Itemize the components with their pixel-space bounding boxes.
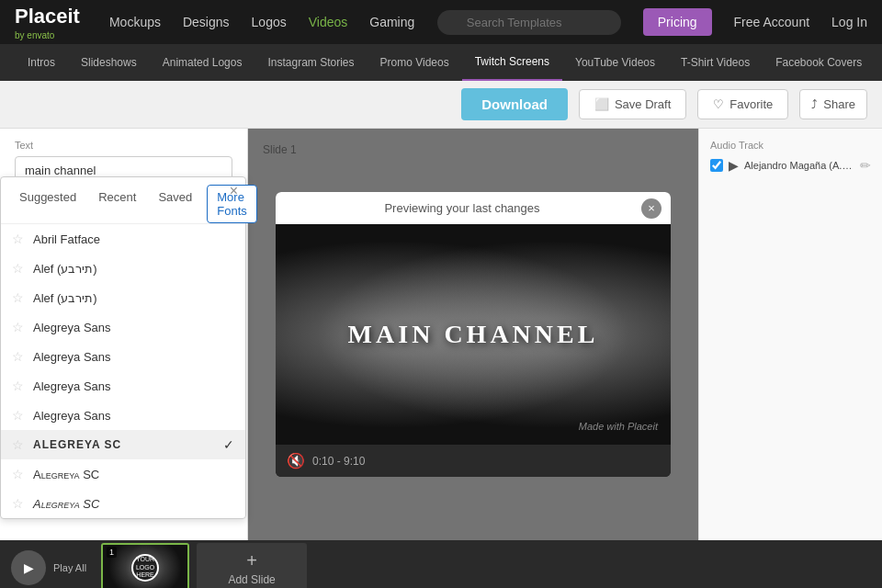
pricing-button[interactable]: Pricing [643, 8, 712, 36]
preview-footer: 🔇 0:10 - 9:10 [276, 445, 671, 477]
search-input[interactable] [437, 10, 621, 35]
preview-header-text: Previewing your last changes [384, 201, 539, 215]
slide-number: 1 [107, 547, 117, 558]
center-area: Slide 1 Previewing your last changes × M… [248, 129, 698, 540]
preview-box: Previewing your last changes × MAIN CHAN… [276, 192, 671, 477]
star-icon[interactable]: ☆ [12, 437, 24, 452]
play-button[interactable]: ▶ [11, 550, 46, 585]
nav-logos[interactable]: Logos [252, 15, 287, 29]
save-icon: ⬜ [594, 97, 609, 111]
favorite-button[interactable]: ♡ Favorite [697, 89, 788, 119]
list-item[interactable]: ☆ Alegreya Sans [1, 312, 245, 342]
nav-animated-logos[interactable]: Animated Logos [150, 44, 255, 81]
preview-modal: Previewing your last changes × MAIN CHAN… [248, 129, 698, 540]
list-item[interactable]: ☆ Alegreya Sans [1, 401, 245, 430]
right-panel: Audio Track ▶ Alejandro Magaña (A. M.) -… [698, 129, 882, 540]
nav-mockups[interactable]: Mockups [109, 15, 161, 29]
logo-text[interactable]: Placeit [15, 5, 80, 28]
list-item[interactable]: ☆ Alef (תירבע) [1, 283, 245, 312]
star-icon[interactable]: ☆ [12, 232, 24, 246]
font-list: ☆ Abril Fatface ☆ Alef (תירבע) ☆ Alef (ת… [1, 224, 245, 518]
audio-edit-button[interactable]: ✏ [860, 158, 871, 173]
add-icon: + [246, 550, 257, 571]
font-tab-recent[interactable]: Recent [87, 185, 147, 223]
audio-row: ▶ Alejandro Magaña (A. M.) - Min... ✏ [710, 158, 871, 173]
nav-videos[interactable]: Videos [309, 15, 348, 29]
list-item[interactable]: ☆ Alegreya SC [1, 459, 245, 489]
nav-slideshows[interactable]: Slideshows [68, 44, 150, 81]
share-icon: ⤴ [811, 97, 818, 111]
star-icon[interactable]: ☆ [12, 290, 24, 305]
logo-sub: by envato [15, 30, 80, 40]
bottom-bar: ▶ Play All YOUR LOGO HERE 1 + Add Slide [0, 540, 882, 588]
star-icon[interactable]: ☆ [12, 320, 24, 334]
preview-watermark: Made with Placeit [579, 421, 658, 432]
mute-button[interactable]: 🔇 [287, 452, 305, 469]
preview-close-button[interactable]: × [641, 198, 662, 219]
text-label: Text [15, 140, 232, 151]
add-slide-button[interactable]: + Add Slide [197, 543, 307, 588]
nav-video-gif[interactable]: Video to Gif Converter [875, 44, 882, 81]
nav-tshirt-videos[interactable]: T-Shirt Videos [668, 44, 763, 81]
add-slide-label: Add Slide [228, 573, 275, 586]
star-icon[interactable]: ☆ [12, 379, 24, 393]
font-picker: × Suggested Recent Saved More Fonts ☆ Ab… [0, 176, 246, 519]
share-button[interactable]: ⤴ Share [799, 89, 867, 119]
top-nav: Placeit by envato Mockups Designs Logos … [0, 0, 882, 44]
logo: Placeit by envato [15, 5, 80, 40]
list-item[interactable]: ☆ Abril Fatface [1, 224, 245, 254]
star-icon[interactable]: ☆ [12, 496, 24, 511]
preview-video-text: MAIN CHANNEL [348, 320, 599, 349]
list-item[interactable]: ☆ Alegreya Sans [1, 342, 245, 371]
nav-gaming[interactable]: Gaming [369, 15, 414, 29]
login-button[interactable]: Log In [831, 15, 867, 29]
download-button[interactable]: Download [461, 88, 568, 120]
slide-thumbnail[interactable]: YOUR LOGO HERE 1 [101, 543, 189, 588]
audio-title: Alejandro Magaña (A. M.) - Min... [744, 160, 854, 171]
list-item-selected[interactable]: ☆ Alegreya SC ✓ [1, 430, 245, 459]
heart-icon: ♡ [713, 97, 724, 111]
nav-designs[interactable]: Designs [183, 15, 230, 29]
font-tab-suggested[interactable]: Suggested [8, 185, 87, 223]
save-button[interactable]: ⬜ Save Draft [579, 89, 686, 119]
star-icon[interactable]: ☆ [12, 261, 24, 276]
secondary-nav: Intros Slideshows Animated Logos Instagr… [0, 44, 882, 81]
star-icon[interactable]: ☆ [12, 408, 24, 423]
slide-thumb-logo: YOUR LOGO HERE [131, 554, 159, 582]
check-icon: ✓ [223, 437, 234, 452]
list-item[interactable]: ☆ Alegreya Sans [1, 371, 245, 401]
preview-time: 0:10 - 9:10 [312, 455, 365, 468]
toolbar: Download ⬜ Save Draft ♡ Favorite ⤴ Share [0, 81, 882, 129]
audio-play-button[interactable]: ▶ [729, 158, 739, 173]
nav-instagram-stories[interactable]: Instagram Stories [254, 44, 367, 81]
audio-checkbox[interactable] [710, 159, 723, 172]
audio-track-label: Audio Track [710, 140, 871, 151]
nav-twitch-screens[interactable]: Twitch Screens [462, 44, 562, 81]
font-tabs: Suggested Recent Saved More Fonts [1, 177, 245, 224]
nav-youtube-videos[interactable]: YouTube Videos [562, 44, 668, 81]
main-area: Text × Suggested Recent Saved More Fonts… [0, 129, 882, 540]
left-panel: Text × Suggested Recent Saved More Fonts… [0, 129, 248, 540]
play-all-label: Play All [53, 562, 86, 573]
preview-header: Previewing your last changes × [276, 192, 671, 224]
star-icon[interactable]: ☆ [12, 467, 24, 481]
nav-facebook-covers[interactable]: Facebook Covers [763, 44, 875, 81]
list-item[interactable]: ☆ Alef (תירבע) [1, 254, 245, 283]
preview-video-area: MAIN CHANNEL Made with Placeit [276, 224, 671, 445]
star-icon[interactable]: ☆ [12, 349, 24, 364]
list-item[interactable]: ☆ Alegreya SC [1, 489, 245, 518]
font-tab-saved[interactable]: Saved [147, 185, 203, 223]
nav-intros[interactable]: Intros [15, 44, 68, 81]
nav-promo-videos[interactable]: Promo Videos [368, 44, 462, 81]
font-picker-close[interactable]: × [230, 183, 238, 199]
free-account-button[interactable]: Free Account [734, 15, 810, 29]
